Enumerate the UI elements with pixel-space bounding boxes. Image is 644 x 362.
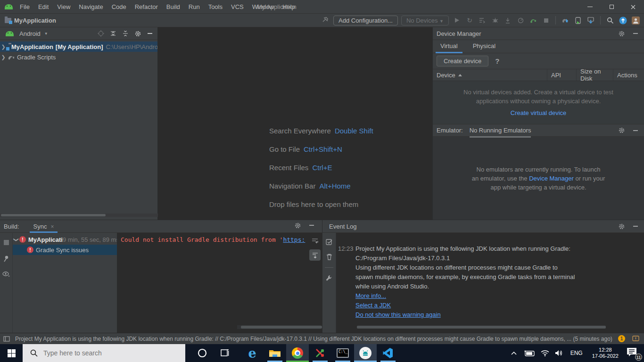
debug-icon[interactable] [490,16,500,25]
locate-file-icon[interactable] [96,29,106,38]
hide-panel-icon[interactable] [631,126,640,135]
task-view-button[interactable] [214,344,236,362]
build-horizontal-scrollbar[interactable] [237,325,321,329]
cortana-button[interactable] [191,344,214,362]
tab-virtual[interactable]: Virtual [433,42,465,53]
git-crossed-arrows-taskbar-icon[interactable] [309,344,331,362]
android-studio-taskbar-icon[interactable] [354,344,377,362]
gradle-distribution-link[interactable]: https: [283,236,305,243]
stop-icon[interactable] [541,16,551,25]
vscode-taskbar-icon[interactable] [377,344,399,362]
window-maximize-button[interactable] [601,0,622,14]
menu-run[interactable]: Run [184,0,204,14]
event-log-status-icon[interactable] [631,334,640,344]
menu-refactor[interactable]: Refactor [131,0,162,14]
action-center-button[interactable]: 11 [626,347,640,359]
clear-all-trash-icon[interactable] [324,252,334,262]
apply-code-changes-icon[interactable] [478,16,487,25]
tree-row-myapplication[interactable]: ❯ MyApplication [My Application] C:\User… [0,41,157,52]
menu-build[interactable]: Build [162,0,184,14]
hide-panel-icon[interactable] [145,29,155,38]
language-indicator[interactable]: ENG [569,350,585,356]
speaker-icon[interactable] [554,348,564,358]
project-horizontal-scrollbar[interactable] [0,214,158,217]
avd-manager-icon[interactable] [561,16,570,25]
menu-navigate[interactable]: Navigate [74,0,107,14]
search-input[interactable] [43,349,161,357]
chevron-right-icon[interactable]: ❯ [0,54,7,60]
edge-taskbar-icon[interactable]: e [241,344,264,362]
battery-icon[interactable] [523,348,536,358]
column-size-on-disk[interactable]: Size on Disk [576,69,613,81]
event-log-horizontal-scrollbar[interactable] [350,325,592,329]
column-device[interactable]: Device [433,69,547,81]
ide-update-icon[interactable] [618,16,627,25]
sync-gradle-icon[interactable] [528,16,538,25]
project-view-selector[interactable]: Android [19,30,41,37]
add-configuration-button[interactable]: Add Configuration... [333,16,398,25]
notification-count-badge[interactable]: 1 [618,335,625,342]
hide-panel-icon[interactable] [631,222,640,231]
menu-vcs[interactable]: VCS [227,0,248,14]
window-minimize-button[interactable] [579,0,601,14]
tree-row-gradle-scripts[interactable]: ❯ Gradle Scripts [0,52,157,62]
menu-file[interactable]: File [16,0,34,14]
column-api[interactable]: API [547,69,576,81]
search-everywhere-icon[interactable] [605,16,615,25]
build-root-node[interactable]: ❯ ! MyApplicati 9 min, 55 sec, 89 ms [13,234,117,245]
run-icon[interactable] [452,16,462,25]
hide-panel-icon[interactable] [307,221,316,230]
close-tab-icon[interactable]: × [50,223,54,230]
menu-code[interactable]: Code [107,0,131,14]
chevron-down-icon[interactable]: ❯ [13,236,19,243]
tray-chevron-up-icon[interactable] [509,348,519,358]
menu-edit[interactable]: Edit [34,0,53,14]
build-hammer-icon[interactable] [321,16,330,25]
sdk-manager-icon[interactable] [586,16,595,25]
collapse-all-icon[interactable] [121,29,130,38]
taskbar-search[interactable] [23,344,185,362]
hide-panel-icon[interactable] [631,29,640,38]
status-message[interactable]: Project My Application is using the foll… [15,336,612,342]
build-error-node[interactable]: ! Gradle Sync issues [13,245,117,255]
view-options-eye-icon[interactable] [1,270,11,279]
create-virtual-device-link[interactable]: Create virtual device [511,109,567,116]
help-icon[interactable]: ? [495,57,499,65]
wifi-icon[interactable] [540,348,550,358]
start-button[interactable] [0,344,23,362]
pin-icon[interactable] [1,254,11,263]
column-actions[interactable]: Actions [613,69,644,81]
stop-build-icon[interactable] [1,238,11,247]
profiler-icon[interactable] [516,16,525,25]
profile-avatar[interactable] [631,16,640,25]
expand-all-icon[interactable] [108,29,118,38]
settings-gear-icon[interactable] [133,29,142,38]
menu-tools[interactable]: Tools [204,0,227,14]
settings-gear-icon[interactable] [617,126,626,135]
create-device-button[interactable]: Create device [437,56,488,66]
scroll-to-end-button[interactable] [309,249,321,261]
file-explorer-taskbar-icon[interactable] [264,344,286,362]
no-devices-dropdown[interactable]: No Devices ▼ [401,16,449,25]
mark-all-read-icon[interactable] [324,237,334,247]
chevron-right-icon[interactable]: ❯ [0,44,7,50]
menu-view[interactable]: View [53,0,74,14]
do-not-show-again-link[interactable]: Do not show this warning again [355,311,441,318]
settings-gear-icon[interactable] [617,29,626,38]
select-a-jdk-link[interactable]: Select a JDK [355,302,391,309]
settings-wrench-icon[interactable] [324,273,334,283]
settings-gear-icon[interactable] [293,221,302,230]
device-manager-icon[interactable] [573,16,583,25]
soft-wrap-icon[interactable] [309,235,321,247]
settings-gear-icon[interactable] [617,222,626,231]
chevron-down-icon[interactable]: ▼ [44,32,48,36]
window-close-button[interactable] [622,0,644,14]
tab-physical[interactable]: Physical [465,42,503,53]
more-info-link[interactable]: More info... [355,292,386,299]
tab-no-running-emulators[interactable]: No Running Emulators [470,127,531,138]
project-chip[interactable]: MyApplication [5,17,56,24]
device-manager-link[interactable]: Device Manager [529,175,574,182]
chrome-taskbar-icon[interactable] [286,344,309,362]
tab-sync[interactable]: Sync × [30,223,58,232]
clock[interactable]: 12:28 17-06-2022 [589,347,621,359]
